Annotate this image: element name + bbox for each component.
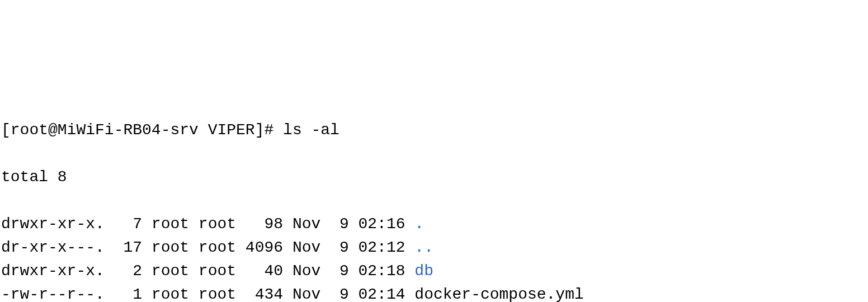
directory-name: .. [414, 239, 433, 256]
directory-name: db [414, 262, 433, 280]
row-metadata: drwxr-xr-x. 7 root root 98 Nov 9 02:16 [1, 215, 414, 233]
row-metadata: -rw-r--r--. 1 root root 434 Nov 9 02:14 [1, 286, 414, 302]
ls-rows: drwxr-xr-x. 7 root root 98 Nov 9 02:16 .… [1, 213, 867, 302]
table-row: dr-xr-x---. 17 root root 4096 Nov 9 02:1… [1, 236, 867, 259]
row-metadata: dr-xr-x---. 17 root root 4096 Nov 9 02:1… [1, 239, 414, 256]
table-row: -rw-r--r--. 1 root root 434 Nov 9 02:14 … [1, 283, 867, 302]
shell-prompt: [root@MiWiFi-RB04-srv VIPER]# [1, 121, 283, 139]
total-line: total 8 [1, 166, 867, 189]
file-name: docker-compose.yml [414, 286, 583, 302]
directory-name: . [414, 215, 424, 233]
table-row: drwxr-xr-x. 2 root root 40 Nov 9 02:18 d… [1, 259, 867, 283]
terminal-output[interactable]: [root@MiWiFi-RB04-srv VIPER]# ls -al tot… [1, 95, 867, 302]
row-metadata: drwxr-xr-x. 2 root root 40 Nov 9 02:18 [1, 262, 414, 280]
table-row: drwxr-xr-x. 7 root root 98 Nov 9 02:16 . [1, 213, 867, 236]
prompt-line-1: [root@MiWiFi-RB04-srv VIPER]# ls -al [1, 119, 867, 142]
command-text: ls -al [283, 121, 339, 139]
